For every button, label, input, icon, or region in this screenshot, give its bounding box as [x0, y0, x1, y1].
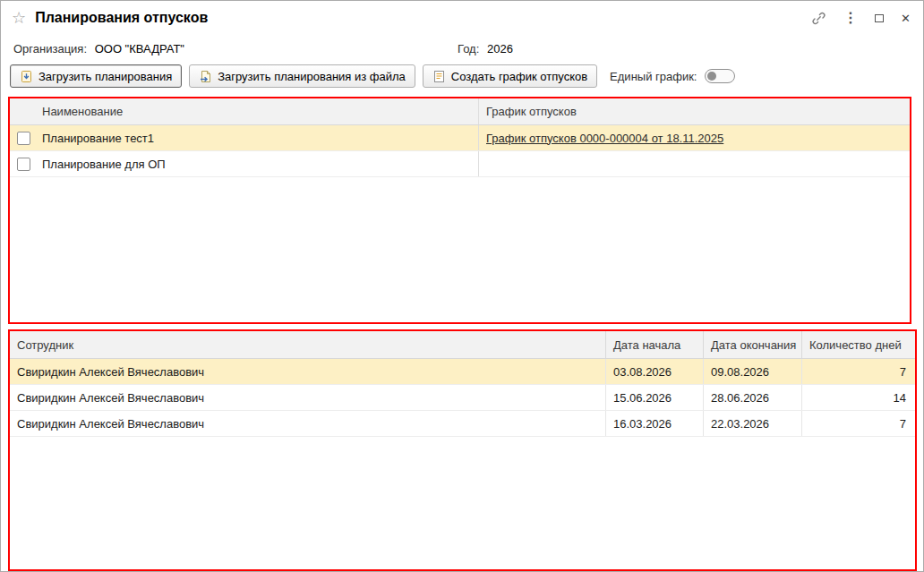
plans-table: Наименование График отпусков Планировани… — [8, 97, 911, 324]
organization-field[interactable]: ООО "КВАДРАТ" — [95, 42, 184, 55]
close-icon[interactable]: ✕ — [901, 13, 911, 24]
column-header-employee[interactable]: Сотрудник — [10, 331, 605, 358]
single-schedule-toggle[interactable] — [705, 69, 735, 83]
checkbox-column-header — [10, 98, 37, 124]
titlebar-controls: ⋮ ✕ — [811, 11, 912, 26]
single-schedule-label: Единый график: — [610, 70, 697, 83]
employees-table: Сотрудник Дата начала Дата окончания Кол… — [8, 329, 917, 571]
plans-table-header: Наименование График отпусков — [10, 98, 910, 125]
column-header-schedule[interactable]: График отпусков — [478, 98, 910, 124]
start-date: 03.08.2026 — [605, 359, 703, 384]
organization-label: Организация: — [13, 42, 87, 55]
row-checkbox-cell — [10, 151, 37, 176]
form-header: Организация: ООО "КВАДРАТ" Год: 2026 — [1, 42, 923, 58]
load-from-file-label: Загрузить планирования из файла — [218, 70, 406, 83]
days-count: 14 — [801, 385, 915, 410]
table-row[interactable]: Планирование для ОП — [10, 151, 910, 177]
load-from-file-icon — [199, 70, 212, 83]
toggle-knob — [707, 72, 716, 81]
row-checkbox-cell — [10, 125, 37, 150]
table-row[interactable]: Планирование тест1 График отпусков 0000-… — [10, 125, 910, 151]
more-menu-icon[interactable]: ⋮ — [843, 11, 858, 25]
column-header-end-date[interactable]: Дата окончания — [703, 331, 801, 358]
row-checkbox[interactable] — [17, 158, 30, 171]
table-row[interactable]: Свиридкин Алексей Вячеславович 03.08.202… — [10, 359, 915, 385]
start-date: 16.03.2026 — [605, 411, 703, 436]
year-field[interactable]: 2026 — [487, 42, 513, 55]
load-plannings-label: Загрузить планирования — [38, 70, 172, 83]
year-label: Год: — [458, 42, 479, 55]
create-schedule-label: Создать график отпусков — [451, 70, 587, 83]
column-header-start-date[interactable]: Дата начала — [605, 331, 703, 358]
end-date: 22.03.2026 — [703, 411, 801, 436]
days-count: 7 — [801, 359, 915, 384]
employee-name: Свиридкин Алексей Вячеславович — [10, 359, 605, 384]
app-window: ☆ Планирования отпусков ⋮ ✕ Организация:… — [0, 0, 924, 572]
start-date: 15.06.2026 — [605, 385, 703, 410]
employees-table-header: Сотрудник Дата начала Дата окончания Кол… — [10, 331, 915, 359]
create-schedule-icon — [432, 70, 446, 83]
load-plannings-from-file-button[interactable]: Загрузить планирования из файла — [189, 64, 415, 88]
page-title: Планирования отпусков — [35, 10, 208, 26]
favorite-star-icon[interactable]: ☆ — [12, 10, 26, 26]
table-row[interactable]: Свиридкин Алексей Вячеславович 16.03.202… — [10, 411, 915, 437]
titlebar: ☆ Планирования отпусков ⋮ ✕ — [1, 1, 923, 35]
table-row[interactable]: Свиридкин Алексей Вячеславович 15.06.202… — [10, 385, 915, 411]
column-header-name[interactable]: Наименование — [37, 98, 478, 124]
column-header-days-count[interactable]: Количество дней — [801, 331, 915, 358]
days-count: 7 — [801, 411, 915, 436]
row-checkbox[interactable] — [17, 132, 30, 145]
end-date: 28.06.2026 — [703, 385, 801, 410]
employee-name: Свиридкин Алексей Вячеславович — [10, 411, 605, 436]
create-schedule-button[interactable]: Создать график отпусков — [423, 64, 597, 88]
maximize-icon[interactable] — [875, 14, 884, 22]
link-icon[interactable] — [811, 11, 826, 26]
load-plannings-icon — [20, 70, 33, 83]
employee-name: Свиридкин Алексей Вячеславович — [10, 385, 605, 410]
load-plannings-button[interactable]: Загрузить планирования — [10, 64, 182, 88]
toolbar: Загрузить планирования Загрузить планиро… — [10, 64, 914, 89]
schedule-link[interactable]: График отпусков 0000-000004 от 18.11.202… — [486, 132, 723, 145]
end-date: 09.08.2026 — [703, 359, 801, 384]
plan-name: Планирование для ОП — [37, 151, 478, 176]
single-schedule-group: Единый график: — [610, 69, 735, 83]
plan-name: Планирование тест1 — [37, 125, 478, 150]
